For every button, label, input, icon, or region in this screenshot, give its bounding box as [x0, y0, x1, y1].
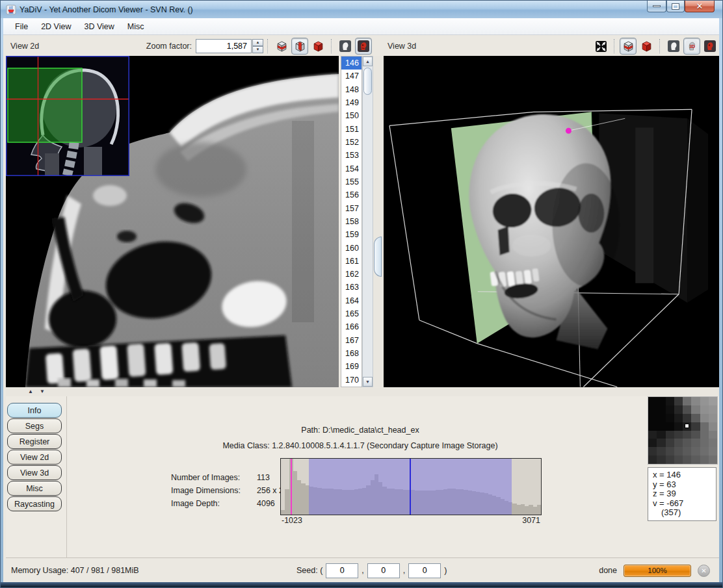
spinner-up-button[interactable]: ▲ — [252, 39, 263, 46]
zoom-factor-input[interactable] — [196, 39, 252, 53]
cube-axial-button-3d[interactable] — [620, 38, 637, 55]
histogram-magenta-line[interactable] — [291, 459, 292, 515]
scroll-up-button[interactable]: ▲ — [363, 57, 373, 66]
menu-misc[interactable]: Misc — [121, 20, 151, 33]
app-window: YaDiV - Yet Another Dicom Viewer - SVN R… — [0, 0, 723, 588]
vertical-splitter[interactable] — [374, 56, 383, 387]
slice-item-162[interactable]: 162 — [341, 268, 362, 281]
tab-view-2d[interactable]: View 2d — [7, 450, 62, 465]
slice-item-153[interactable]: 153 — [341, 149, 362, 162]
histogram-blue-line[interactable] — [410, 459, 411, 515]
slice-item-150[interactable]: 150 — [341, 109, 362, 122]
cube-axial-icon — [276, 40, 288, 53]
head-white-button-3d[interactable] — [665, 38, 682, 55]
tab-info[interactable]: Info — [7, 403, 62, 418]
head-3d-button[interactable]: 3D — [683, 38, 700, 55]
magnifier-marker — [685, 424, 689, 428]
cube-sagittal-icon — [294, 40, 306, 53]
scrollbar-thumb[interactable] — [363, 68, 372, 95]
head-white-button[interactable] — [337, 38, 354, 55]
splitter-collapse-up[interactable]: ▲ — [28, 389, 33, 395]
tab-misc[interactable]: Misc — [7, 481, 62, 496]
slice-item-147[interactable]: 147 — [341, 70, 362, 83]
coord-raw: (357) — [653, 508, 716, 518]
slice-item-163[interactable]: 163 — [341, 281, 362, 294]
depth-label: Image Depth: — [171, 499, 257, 508]
magenta-landmark[interactable] — [566, 128, 572, 134]
tab-raycasting[interactable]: Raycasting — [7, 496, 62, 511]
side-tabs: InfoSegsRegisterView 2dView 3dMiscRaycas… — [7, 402, 63, 511]
seed-x-input[interactable] — [326, 563, 358, 578]
seed-comma-1: , — [362, 566, 363, 575]
path-line: Path: D:\medic_data\ct_head_ex — [71, 426, 650, 435]
zoom-factor-spinner: ▲ ▼ — [252, 39, 263, 53]
slice-item-164[interactable]: 164 — [341, 294, 362, 307]
slice-item-148[interactable]: 148 — [341, 83, 362, 96]
slice-item-156[interactable]: 156 — [341, 188, 362, 201]
slice-item-161[interactable]: 161 — [341, 255, 362, 268]
slice-item-158[interactable]: 158 — [341, 215, 362, 228]
slice-item-157[interactable]: 157 — [341, 201, 362, 214]
slice-item-168[interactable]: 168 — [341, 347, 362, 360]
cube-solid-button-3d[interactable] — [638, 38, 655, 55]
seed-y-input[interactable] — [367, 563, 400, 578]
seed-close-paren: ) — [444, 566, 447, 575]
overview-thumbnail[interactable] — [6, 56, 129, 176]
head-red-icon — [357, 40, 370, 53]
cancel-task-button[interactable]: ✕ — [698, 565, 710, 577]
fit-view-button[interactable] — [592, 38, 609, 55]
cube-solid-button[interactable] — [309, 38, 326, 55]
roi-rectangle[interactable] — [8, 68, 82, 142]
maximize-button[interactable] — [666, 1, 685, 12]
volume-3d-viewport[interactable] — [384, 56, 719, 387]
view3d-header: View 3d — [383, 37, 719, 55]
dimensions-label: Image Dimensions: — [171, 486, 257, 495]
tab-segs[interactable]: Segs — [7, 418, 62, 433]
intensity-histogram[interactable] — [280, 458, 542, 515]
slice-item-165[interactable]: 165 — [341, 307, 362, 320]
slice-item-160[interactable]: 160 — [341, 241, 362, 254]
ct-2d-viewport[interactable] — [6, 56, 339, 387]
title-bar[interactable]: YaDiV - Yet Another Dicom Viewer - SVN R… — [1, 1, 722, 18]
head-red-button[interactable] — [355, 38, 372, 55]
menu-file[interactable]: File — [8, 20, 34, 33]
cube-solid-red-icon — [640, 40, 653, 53]
splitter-handle[interactable] — [374, 236, 382, 277]
tab-register[interactable]: Register — [7, 434, 62, 449]
done-label: done — [599, 566, 617, 575]
slice-axial-button[interactable] — [273, 38, 290, 55]
slice-item-167[interactable]: 167 — [341, 334, 362, 347]
spinner-down-button[interactable]: ▼ — [252, 46, 263, 53]
coord-x: x = 146 — [653, 470, 716, 480]
slice-item-149[interactable]: 149 — [341, 96, 362, 109]
scroll-down-button[interactable]: ▼ — [363, 377, 373, 387]
head-3d-icon: 3D — [685, 40, 698, 53]
num-images-label: Number of Images: — [171, 473, 257, 482]
seed-z-input[interactable] — [408, 563, 441, 578]
info-panel: InfoSegsRegisterView 2dView 3dMiscRaycas… — [6, 396, 719, 558]
status-bar: Memory Usage: 407 / 981 / 981MiB Seed: (… — [6, 558, 719, 583]
splitter-collapse-down[interactable]: ▼ — [40, 389, 45, 395]
minimize-button[interactable] — [647, 1, 666, 12]
slice-item-152[interactable]: 152 — [341, 136, 362, 149]
slice-item-154[interactable]: 154 — [341, 162, 362, 175]
close-button[interactable]: ✕ — [685, 1, 715, 12]
horizontal-splitter[interactable]: ▲ ▼ — [6, 388, 719, 396]
slice-item-155[interactable]: 155 — [341, 175, 362, 188]
slice-item-170[interactable]: 170 — [341, 374, 362, 387]
minimize-icon — [653, 5, 661, 7]
slice-item-146[interactable]: 146 — [341, 57, 362, 70]
view3d-title: View 3d — [388, 42, 416, 51]
slice-item-166[interactable]: 166 — [341, 320, 362, 333]
slice-item-169[interactable]: 169 — [341, 360, 362, 373]
slice-scrollbar[interactable]: ▲ ▼ — [362, 56, 373, 387]
head-red-button-3d[interactable] — [702, 38, 718, 55]
slice-item-159[interactable]: 159 — [341, 228, 362, 241]
tab-view-3d[interactable]: View 3d — [7, 465, 62, 480]
slice-sagittal-button[interactable] — [291, 38, 308, 55]
pixel-magnifier — [648, 396, 718, 465]
menu-3d-view[interactable]: 3D View — [77, 20, 120, 33]
slice-item-151[interactable]: 151 — [341, 123, 362, 136]
skull-3d-render[interactable] — [384, 56, 719, 387]
menu-2d-view[interactable]: 2D View — [34, 20, 77, 33]
